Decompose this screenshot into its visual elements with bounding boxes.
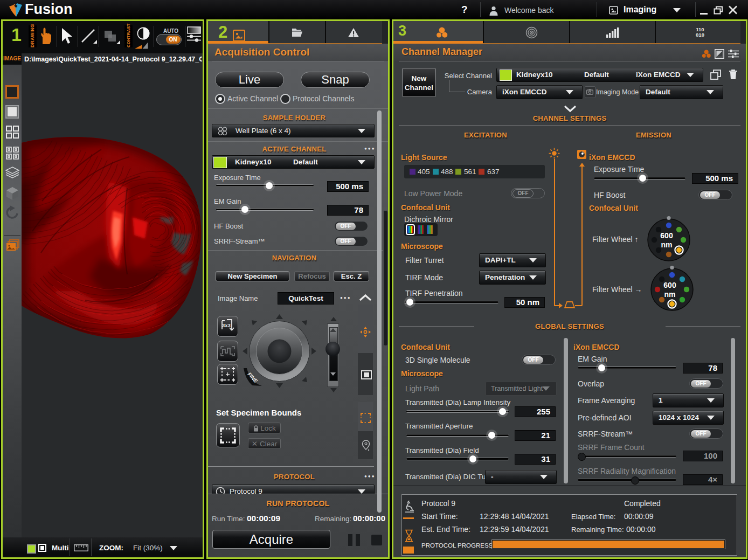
svg-text:600: 600: [660, 231, 673, 240]
svg-text:3x3: 3x3: [222, 322, 231, 328]
svg-text:nm: nm: [664, 290, 676, 299]
svg-text:nm: nm: [661, 240, 673, 249]
svg-text:600: 600: [663, 281, 676, 289]
